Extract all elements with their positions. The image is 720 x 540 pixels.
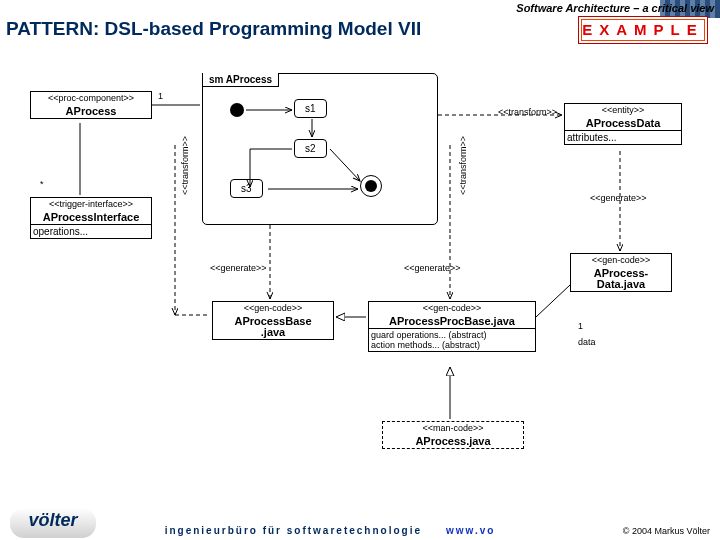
class-name: AProcessData	[565, 116, 681, 130]
class-name: AProcess.java	[383, 434, 523, 448]
class-data-java: <<gen-code>> AProcess- Data.java	[570, 253, 672, 292]
initial-state	[230, 103, 244, 117]
footer-tagline: ingenieurbüro für softwaretechnologie	[165, 525, 422, 536]
example-badge: EXAMPLE	[578, 16, 708, 44]
class-name: AProcessInterface	[31, 210, 151, 224]
class-name-l2: Data.java	[571, 277, 671, 291]
label-data: data	[578, 337, 596, 347]
label-generate-2: <<generate>>	[404, 263, 461, 273]
class-aprocess: <<proc-component>> AProcess	[30, 91, 152, 119]
footer-center: ingenieurbüro für softwaretechnologie ww…	[110, 525, 550, 536]
slide-header-subtitle: Software Architecture – a critical view	[510, 0, 720, 16]
stereotype: <<proc-component>>	[31, 92, 151, 104]
class-name-l2: .java	[213, 325, 333, 339]
compartment: guard operations... (abstract) action me…	[369, 329, 535, 351]
compartment: operations...	[31, 225, 151, 238]
class-aprocess-base: <<gen-code>> AProcessBase .java	[212, 301, 334, 340]
final-state	[360, 175, 382, 197]
class-man-code: <<man-code>> AProcess.java	[382, 421, 524, 449]
label-transform-left: <<transform>>	[180, 136, 190, 195]
brand-logo: völter	[10, 508, 96, 538]
multiplicity-1: 1	[158, 91, 163, 101]
class-name: AProcess	[31, 104, 151, 118]
uml-diagram: <<proc-component>> AProcess <<trigger-in…	[30, 55, 690, 475]
stereotype: <<entity>>	[565, 104, 681, 116]
stereotype: <<man-code>>	[383, 422, 523, 434]
state-s1: s1	[294, 99, 327, 118]
footer: völter ingenieurbüro für softwaretechnol…	[0, 514, 720, 540]
footer-url: www.vo	[446, 525, 495, 536]
footer-copyright: © 2004 Markus Völter	[623, 526, 710, 536]
state-s2: s2	[294, 139, 327, 158]
compartment: attributes...	[565, 131, 681, 144]
label-generate-3: <<generate>>	[590, 193, 647, 203]
svg-line-10	[536, 285, 570, 317]
class-proc-base: <<gen-code>> AProcessProcBase.java guard…	[368, 301, 536, 352]
slide-title: PATTERN: DSL-based Programming Model VII	[6, 18, 421, 40]
label-transform-right: <<transform>>	[498, 107, 557, 117]
class-name: AProcessProcBase.java	[369, 314, 535, 328]
multiplicity-star: *	[40, 179, 44, 189]
stereotype: <<gen-code>>	[571, 254, 671, 266]
class-entity: <<entity>> AProcessData attributes...	[564, 103, 682, 145]
state-s3: s3	[230, 179, 263, 198]
label-generate-1: <<generate>>	[210, 263, 267, 273]
stereotype: <<gen-code>>	[213, 302, 333, 314]
statemachine-title: sm AProcess	[202, 73, 279, 87]
class-trigger-interface: <<trigger-interface>> AProcessInterface …	[30, 197, 152, 239]
multiplicity-1b: 1	[578, 321, 583, 331]
stereotype: <<trigger-interface>>	[31, 198, 151, 210]
label-transform-mid: <<transform>>	[458, 136, 468, 195]
stereotype: <<gen-code>>	[369, 302, 535, 314]
